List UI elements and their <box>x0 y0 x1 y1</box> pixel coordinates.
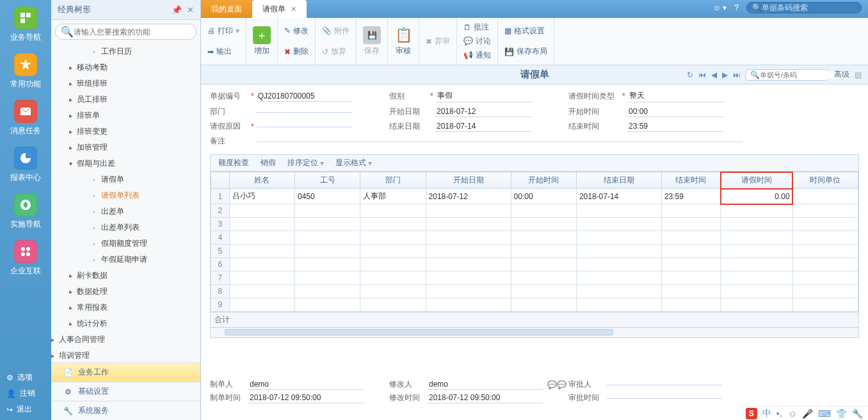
tree-node[interactable]: ▫请假单 <box>51 172 200 188</box>
audit-button[interactable]: 📋审核 <box>388 18 419 65</box>
save-layout-button[interactable]: 💾保存布局 <box>504 45 547 58</box>
tree-node[interactable]: ▫请假单列表 <box>51 188 200 204</box>
table-row[interactable]: 3 <box>211 218 858 231</box>
barcode-search[interactable]: 🔍 <box>746 2 862 13</box>
tree-node[interactable]: ▸常用报表 <box>51 300 200 316</box>
col-unit[interactable]: 时间单位 <box>792 172 858 189</box>
discard-button[interactable]: ↺放弃 <box>322 45 350 58</box>
leave-type-field[interactable]: 事假 <box>436 90 532 102</box>
tree-node[interactable]: ▸移动考勤 <box>51 60 200 76</box>
tree-node[interactable]: ▫出差单列表 <box>51 220 200 236</box>
tree-node[interactable]: ▸培训管理 <box>51 348 200 364</box>
table-row[interactable]: 2 <box>211 204 858 218</box>
nav-msg[interactable]: 消息任务 <box>0 93 51 140</box>
nav-biz[interactable]: 业务导航 <box>0 0 51 47</box>
col-dur[interactable]: 请假时间 <box>721 172 793 189</box>
tree-node[interactable]: ▫年假延期申请 <box>51 252 200 268</box>
attach-button[interactable]: 📎附件 <box>322 24 350 37</box>
refresh-icon[interactable]: ↻ <box>687 70 693 79</box>
format-button[interactable]: ▦格式设置 <box>504 24 547 37</box>
barcode-input[interactable] <box>762 3 858 12</box>
tree-node[interactable]: ▫假期额度管理 <box>51 236 200 252</box>
remark-field[interactable] <box>256 140 743 142</box>
chat-icon[interactable]: 💬 <box>557 380 567 389</box>
display-fmt-button[interactable]: 显示格式 ▾ <box>335 158 372 168</box>
nav-report[interactable]: 报表中心 <box>0 140 51 187</box>
nav-impl[interactable]: 实施导航 <box>0 187 51 234</box>
tree-node[interactable]: ▸数据处理 <box>51 284 200 300</box>
modify-button[interactable]: ✎修改 <box>284 24 309 37</box>
ime-mic-icon[interactable]: 🎤 <box>802 408 813 419</box>
smile-icon[interactable]: ☺ ▾ <box>713 3 727 12</box>
ime-kbd-icon[interactable]: ⌨ <box>818 408 831 419</box>
h-scrollbar[interactable] <box>210 328 859 338</box>
prev-icon[interactable]: ◀ <box>711 70 717 79</box>
tree-node[interactable]: ▸人事合同管理 <box>51 332 200 348</box>
help-icon[interactable]: ? <box>734 3 739 12</box>
close-icon[interactable]: ✕ <box>187 5 194 15</box>
nav-options[interactable]: ⚙选项 <box>0 369 51 385</box>
ime-smile-icon[interactable]: ☺ <box>788 408 797 419</box>
start-date-field[interactable]: 2018-07-12 <box>435 106 531 117</box>
footer-sys[interactable]: 🔧系统服务 <box>51 401 200 420</box>
col-et[interactable]: 结束时间 <box>661 172 720 189</box>
pin-icon[interactable]: 📌 <box>172 5 182 15</box>
ime-lang[interactable]: 中 <box>762 408 771 419</box>
col-name[interactable]: 姓名 <box>229 172 294 189</box>
nav-exit[interactable]: ↪退出 <box>0 401 51 417</box>
footer-biz[interactable]: 📄业务工作 <box>51 362 200 382</box>
tree-body[interactable]: ▫工作日历▸移动考勤▸班组排班▸员工排班▸排班单▸排班变更▸加班管理▾假期与出差… <box>51 44 200 364</box>
first-icon[interactable]: ⏮ <box>698 70 706 79</box>
tree-node[interactable]: ▫工作日历 <box>51 44 200 60</box>
tree-node[interactable]: ▫出差单 <box>51 204 200 220</box>
tree-node[interactable]: ▸排班变更 <box>51 124 200 140</box>
delete-button[interactable]: ✖删除 <box>284 45 309 58</box>
table-row[interactable]: 4 <box>211 231 858 245</box>
end-time-field[interactable]: 23:59 <box>627 121 723 132</box>
ime-logo[interactable]: S <box>746 408 757 419</box>
grid[interactable]: 姓名 工号 部门 开始日期 开始时间 结束日期 结束时间 请假时间 时间单位 1… <box>210 171 859 312</box>
reason-field[interactable] <box>257 125 353 127</box>
col-code[interactable]: 工号 <box>294 172 360 189</box>
col-st[interactable]: 开始时间 <box>511 172 576 189</box>
sort-button[interactable]: 排序定位 ▾ <box>287 158 324 168</box>
start-time-field[interactable]: 00:00 <box>627 106 723 117</box>
close-icon[interactable]: ✕ <box>291 5 296 13</box>
last-icon[interactable]: ⏭ <box>733 70 741 79</box>
nav-fav[interactable]: 常用功能 <box>0 47 51 93</box>
tree-node[interactable]: ▸班组排班 <box>51 76 200 92</box>
ime-tool-icon[interactable]: 🔧 <box>852 408 863 419</box>
dept-field[interactable] <box>256 111 352 113</box>
quota-button[interactable]: 额度检查 <box>218 158 249 168</box>
tree-search-input[interactable] <box>74 28 191 36</box>
tree-node[interactable]: ▸加班管理 <box>51 140 200 156</box>
cancel-leave-button[interactable]: 销假 <box>261 158 276 168</box>
table-row[interactable]: 6 <box>211 258 858 271</box>
abandon-button[interactable]: ✖弃审 <box>426 35 450 48</box>
tree-node[interactable]: ▸员工排班 <box>51 92 200 108</box>
col-dept[interactable]: 部门 <box>360 172 426 189</box>
next-icon[interactable]: ▶ <box>722 70 728 79</box>
nav-logout[interactable]: 👤注销 <box>0 385 51 401</box>
doc-search[interactable]: 🔍 <box>746 69 829 81</box>
ime-skin-icon[interactable]: 👕 <box>836 408 847 419</box>
col-sd[interactable]: 开始日期 <box>426 172 511 189</box>
col-ed[interactable]: 结束日期 <box>576 172 661 189</box>
chat-icon[interactable]: 💬 <box>547 380 557 389</box>
print-button[interactable]: 🖨打印▾ <box>207 24 239 37</box>
footer-base[interactable]: ⚙基础设置 <box>51 382 200 401</box>
tree-node[interactable]: ▸统计分析 <box>51 316 200 332</box>
tree-node[interactable]: ▾假期与出差 <box>51 156 200 172</box>
tab-desktop[interactable]: 我的桌面 <box>201 0 252 18</box>
table-row[interactable]: 7 <box>211 271 858 285</box>
add-button[interactable]: ＋增加 <box>246 18 278 65</box>
table-row[interactable]: 5 <box>211 245 858 258</box>
tree-node[interactable]: ▸排班单 <box>51 108 200 124</box>
tab-leave[interactable]: 请假单✕ <box>252 0 307 18</box>
end-date-field[interactable]: 2018-07-14 <box>435 121 531 132</box>
tree-node[interactable]: ▸刷卡数据 <box>51 268 200 284</box>
save-button[interactable]: 💾保存 <box>357 18 388 65</box>
tree-search[interactable]: 🔍 <box>55 24 197 40</box>
table-row[interactable]: 8 <box>211 285 858 298</box>
doc-no-field[interactable]: QJ20180700005 <box>257 91 353 102</box>
